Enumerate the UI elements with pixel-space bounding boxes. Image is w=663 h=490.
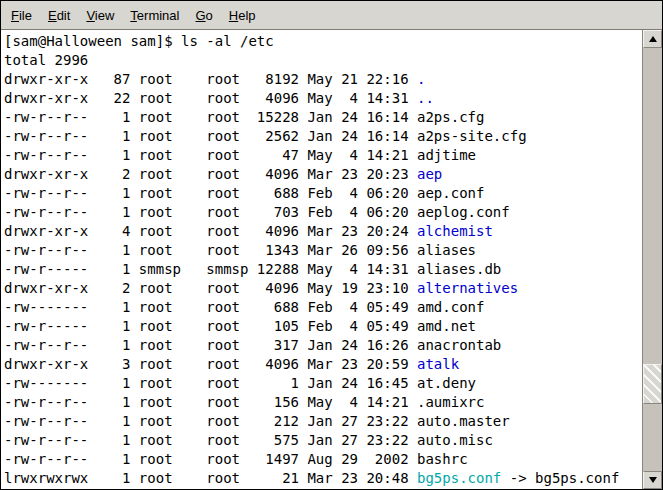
scrollbar[interactable] xyxy=(642,30,662,489)
file-attributes: -rw-r--r-- 1 root root 2562 Jan 24 16:14 xyxy=(4,128,417,144)
file-row: -rw-r--r-- 1 root root 47 May 4 14:21 ad… xyxy=(4,146,642,165)
file-name: auto.misc xyxy=(417,432,493,448)
file-row: drwxr-xr-x 2 root root 4096 May 19 23:10… xyxy=(4,279,642,298)
file-row: -rw-r--r-- 1 root root 212 Jan 27 23:22 … xyxy=(4,412,642,431)
file-row: -rw-r--r-- 1 root root 156 May 4 14:21 .… xyxy=(4,393,642,412)
total-line: total 2996 xyxy=(4,51,642,70)
file-attributes: -rw------- 1 root root 688 Feb 4 05:49 xyxy=(4,299,417,315)
file-attributes: drwxr-xr-x 2 root root 4096 Mar 23 20:23 xyxy=(4,166,417,182)
menu-terminal[interactable]: Terminal xyxy=(122,2,187,29)
file-attributes: drwxr-xr-x 2 root root 4096 May 19 23:10 xyxy=(4,280,417,296)
symlink-target: -> bg5ps.conf xyxy=(501,470,619,486)
terminal-content: [sam@Halloween sam]$ ls -al /etc total 2… xyxy=(1,30,662,489)
file-attributes: -rw-r--r-- 1 root root 47 May 4 14:21 xyxy=(4,147,417,163)
file-name: a2ps.cfg xyxy=(417,109,484,125)
file-row: -rw-r--r-- 1 root root 15228 Jan 24 16:1… xyxy=(4,108,642,127)
file-attributes: lrwxrwxrwx 1 root root 21 Mar 23 20:48 xyxy=(4,470,417,486)
file-attributes: -rw-r--r-- 1 root root 688 Feb 4 06:20 xyxy=(4,185,417,201)
file-attributes: drwxr-xr-x 3 root root 4096 Mar 23 20:59 xyxy=(4,356,417,372)
file-attributes: -rw-r----- 1 root root 105 Feb 4 05:49 xyxy=(4,318,417,334)
file-row: -rw-r--r-- 1 root root 703 Feb 4 06:20 a… xyxy=(4,203,642,222)
file-name: anacrontab xyxy=(417,337,501,353)
file-name: at.deny xyxy=(417,375,476,391)
file-row: -rw-r--r-- 1 root root 575 Jan 27 23:22 … xyxy=(4,431,642,450)
file-name: alternatives xyxy=(417,280,518,296)
file-name: . xyxy=(417,71,425,87)
scrollbar-trough[interactable] xyxy=(643,48,662,471)
file-name: a2ps-site.cfg xyxy=(417,128,527,144)
file-name: alchemist xyxy=(417,223,493,239)
file-name: bashrc xyxy=(417,451,468,467)
file-name: aeplog.conf xyxy=(417,204,510,220)
file-name: amd.net xyxy=(417,318,476,334)
file-row: drwxr-xr-x 87 root root 8192 May 21 22:1… xyxy=(4,70,642,89)
file-name: atalk xyxy=(417,356,459,372)
file-name: aep.conf xyxy=(417,185,484,201)
file-attributes: drwxr-xr-x 4 root root 4096 Mar 23 20:24 xyxy=(4,223,417,239)
file-attributes: -rw-r--r-- 1 root root 1343 Mar 26 09:56 xyxy=(4,242,417,258)
file-row: -rw-r----- 1 root root 105 Feb 4 05:49 a… xyxy=(4,317,642,336)
file-row: -rw-r--r-- 1 root root 1497 Aug 29 2002 … xyxy=(4,450,642,469)
total-text: total 2996 xyxy=(4,52,88,68)
file-row: drwxr-xr-x 4 root root 4096 Mar 23 20:24… xyxy=(4,222,642,241)
file-name: bg5ps.conf xyxy=(417,470,501,486)
file-name: adjtime xyxy=(417,147,476,163)
scroll-up-icon xyxy=(649,36,657,42)
file-row: lrwxrwxrwx 1 root root 21 Mar 23 20:48 b… xyxy=(4,469,642,488)
scroll-down-icon xyxy=(649,477,657,483)
file-name: auto.master xyxy=(417,413,510,429)
file-row: -rw-r--r-- 1 root root 317 Jan 24 16:26 … xyxy=(4,336,642,355)
file-name: .. xyxy=(417,90,434,106)
file-row: drwxr-xr-x 22 root root 4096 May 4 14:31… xyxy=(4,89,642,108)
file-attributes: -rw-r--r-- 1 root root 212 Jan 27 23:22 xyxy=(4,413,417,429)
file-row: -rw-r--r-- 1 root root 1343 Mar 26 09:56… xyxy=(4,241,642,260)
terminal-output[interactable]: [sam@Halloween sam]$ ls -al /etc total 2… xyxy=(1,30,642,489)
menu-bar: FileEditViewTerminalGoHelp xyxy=(1,1,662,30)
file-name: aliases.db xyxy=(417,261,501,277)
file-name: amd.conf xyxy=(417,299,484,315)
menu-go[interactable]: Go xyxy=(187,2,220,29)
file-attributes: -rw------- 1 root root 1 Jan 24 16:45 xyxy=(4,375,417,391)
file-row: -rw-r--r-- 1 root root 688 Feb 4 06:20 a… xyxy=(4,184,642,203)
file-row: drwxr-xr-x 3 root root 4096 Mar 23 20:59… xyxy=(4,355,642,374)
file-name: aep xyxy=(417,166,442,182)
file-name: aliases xyxy=(417,242,476,258)
menu-view[interactable]: View xyxy=(78,2,122,29)
file-row: -rw-r----- 1 smmsp smmsp 12288 May 4 14:… xyxy=(4,260,642,279)
file-listing: drwxr-xr-x 87 root root 8192 May 21 22:1… xyxy=(4,70,642,488)
file-attributes: -rw-r--r-- 1 root root 1497 Aug 29 2002 xyxy=(4,451,417,467)
file-attributes: -rw-r----- 1 smmsp smmsp 12288 May 4 14:… xyxy=(4,261,417,277)
file-row: -rw------- 1 root root 688 Feb 4 05:49 a… xyxy=(4,298,642,317)
scroll-up-button[interactable] xyxy=(643,30,662,48)
file-attributes: -rw-r--r-- 1 root root 703 Feb 4 06:20 xyxy=(4,204,417,220)
scrollbar-thumb[interactable] xyxy=(643,364,662,404)
file-attributes: drwxr-xr-x 87 root root 8192 May 21 22:1… xyxy=(4,71,417,87)
file-name: .aumixrc xyxy=(417,394,484,410)
file-row: drwxr-xr-x 2 root root 4096 Mar 23 20:23… xyxy=(4,165,642,184)
file-attributes: -rw-r--r-- 1 root root 156 May 4 14:21 xyxy=(4,394,417,410)
file-attributes: -rw-r--r-- 1 root root 15228 Jan 24 16:1… xyxy=(4,109,417,125)
file-attributes: drwxr-xr-x 22 root root 4096 May 4 14:31 xyxy=(4,90,417,106)
prompt-text: [sam@Halloween sam]$ ls -al /etc xyxy=(4,33,274,49)
menu-file[interactable]: File xyxy=(3,2,40,29)
file-attributes: -rw-r--r-- 1 root root 317 Jan 24 16:26 xyxy=(4,337,417,353)
file-row: -rw------- 1 root root 1 Jan 24 16:45 at… xyxy=(4,374,642,393)
file-row: -rw-r--r-- 1 root root 2562 Jan 24 16:14… xyxy=(4,127,642,146)
terminal-window: FileEditViewTerminalGoHelp [sam@Hallowee… xyxy=(0,0,663,490)
prompt-line: [sam@Halloween sam]$ ls -al /etc xyxy=(4,32,642,51)
menu-edit[interactable]: Edit xyxy=(40,2,78,29)
menu-help[interactable]: Help xyxy=(221,2,264,29)
scroll-down-button[interactable] xyxy=(643,471,662,489)
file-attributes: -rw-r--r-- 1 root root 575 Jan 27 23:22 xyxy=(4,432,417,448)
